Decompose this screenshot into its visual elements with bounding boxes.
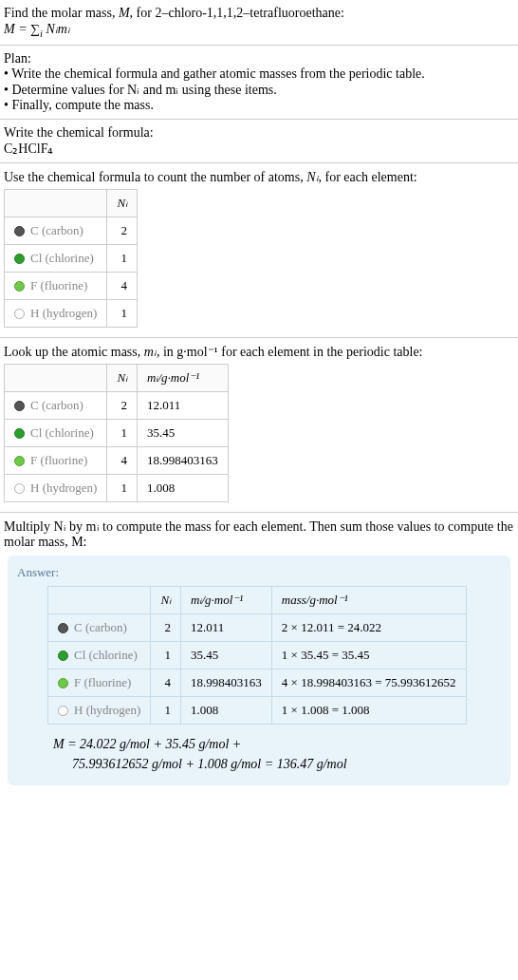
element-cell: F (fluorine) bbox=[48, 669, 151, 696]
n-value: 1 bbox=[107, 474, 138, 501]
n-value: 1 bbox=[107, 299, 138, 327]
element-cell: F (fluorine) bbox=[5, 272, 107, 299]
m-value: 1.008 bbox=[138, 474, 229, 501]
table-row: F (fluorine) 4 bbox=[5, 272, 138, 299]
table-header-row: Nᵢ mᵢ/g·mol⁻¹ bbox=[5, 364, 229, 391]
hydrogen-dot-icon bbox=[14, 483, 25, 494]
table-row: Cl (chlorine) 1 bbox=[5, 244, 138, 272]
final-equation: M = 24.022 g/mol + 35.45 g/mol + 75.9936… bbox=[53, 734, 501, 774]
element-name: H (hydrogen) bbox=[30, 481, 97, 495]
m-value: 12.011 bbox=[138, 391, 229, 419]
eq-line-1: M = 24.022 g/mol + 35.45 g/mol + bbox=[53, 734, 501, 754]
table-row: F (fluorine) 4 18.998403163 4 × 18.99840… bbox=[48, 669, 467, 696]
hydrogen-dot-icon bbox=[14, 309, 25, 319]
count-table: Nᵢ C (carbon) 2 Cl (chlorine) 1 F (fluor… bbox=[4, 189, 138, 328]
col-n-header: Nᵢ bbox=[107, 189, 138, 217]
fluorine-dot-icon bbox=[14, 281, 25, 292]
eq-line-2: 75.993612652 g/mol + 1.008 g/mol = 136.4… bbox=[53, 754, 501, 774]
col-n-header: Nᵢ bbox=[151, 586, 181, 613]
plan-bullet-2: • Determine values for Nᵢ and mᵢ using t… bbox=[4, 82, 514, 98]
n-value: 1 bbox=[151, 696, 181, 724]
chlorine-dot-icon bbox=[14, 254, 25, 264]
table-row: C (carbon) 2 bbox=[5, 217, 138, 244]
n-value: 2 bbox=[107, 217, 138, 244]
table-header-row: Nᵢ mᵢ/g·mol⁻¹ mass/g·mol⁻¹ bbox=[48, 586, 467, 613]
col-mass-header: mass/g·mol⁻¹ bbox=[271, 586, 466, 613]
intro-var-m: M bbox=[119, 6, 130, 20]
m-value: 18.998403163 bbox=[138, 446, 229, 474]
lookup-table: Nᵢ mᵢ/g·mol⁻¹ C (carbon) 2 12.011 Cl (ch… bbox=[4, 364, 229, 502]
formula-tail: Nᵢmᵢ bbox=[43, 22, 70, 36]
n-value: 1 bbox=[107, 244, 138, 272]
element-name: F (fluorine) bbox=[74, 675, 131, 689]
molar-mass-formula: M = ∑i Nᵢmᵢ bbox=[4, 21, 514, 39]
element-name: H (hydrogen) bbox=[30, 306, 97, 320]
table-row: H (hydrogen) 1 1.008 bbox=[5, 474, 229, 501]
chemical-formula-value: C₂HClF₄ bbox=[4, 141, 514, 157]
table-row: C (carbon) 2 12.011 2 × 12.011 = 24.022 bbox=[48, 613, 467, 641]
formula-main: M = ∑ bbox=[4, 22, 40, 36]
plan-section: Plan: • Write the chemical formula and g… bbox=[0, 46, 518, 120]
col-n-header: Nᵢ bbox=[107, 364, 138, 391]
hydrogen-dot-icon bbox=[58, 706, 68, 716]
element-name: H (hydrogen) bbox=[74, 703, 140, 717]
col-m-header: mᵢ/g·mol⁻¹ bbox=[181, 586, 272, 613]
element-cell: Cl (chlorine) bbox=[5, 244, 107, 272]
element-name: F (fluorine) bbox=[30, 278, 87, 292]
fluorine-dot-icon bbox=[14, 456, 25, 466]
multiply-heading: Multiply Nᵢ by mᵢ to compute the mass fo… bbox=[4, 518, 514, 550]
element-cell: Cl (chlorine) bbox=[5, 419, 107, 446]
m-value: 12.011 bbox=[181, 613, 272, 641]
count-heading-a: Use the chemical formula to count the nu… bbox=[4, 170, 306, 184]
element-cell: C (carbon) bbox=[5, 217, 107, 244]
count-heading-c: , for each element: bbox=[319, 170, 417, 184]
chlorine-dot-icon bbox=[58, 650, 68, 661]
mass-value: 1 × 1.008 = 1.008 bbox=[271, 696, 466, 724]
intro-text: Find the molar mass, bbox=[4, 6, 119, 20]
empty-header bbox=[5, 364, 107, 391]
n-value: 2 bbox=[151, 613, 181, 641]
answer-table: Nᵢ mᵢ/g·mol⁻¹ mass/g·mol⁻¹ C (carbon) 2 … bbox=[47, 586, 467, 725]
intro-line: Find the molar mass, M, for 2–chloro-1,1… bbox=[4, 6, 514, 21]
lookup-heading: Look up the atomic mass, mᵢ, in g·mol⁻¹ … bbox=[4, 344, 514, 360]
plan-bullet-3: • Finally, compute the mass. bbox=[4, 98, 514, 113]
plan-bullet-1: • Write the chemical formula and gather … bbox=[4, 66, 514, 82]
element-cell: C (carbon) bbox=[48, 613, 151, 641]
plan-heading: Plan: bbox=[4, 51, 514, 66]
element-name: C (carbon) bbox=[74, 620, 127, 634]
carbon-dot-icon bbox=[14, 226, 25, 236]
element-name: C (carbon) bbox=[30, 398, 83, 412]
n-value: 4 bbox=[107, 446, 138, 474]
n-value: 1 bbox=[151, 641, 181, 669]
element-name: Cl (chlorine) bbox=[74, 648, 138, 662]
n-value: 1 bbox=[107, 419, 138, 446]
chemical-formula-section: Write the chemical formula: C₂HClF₄ bbox=[0, 120, 518, 163]
element-name: C (carbon) bbox=[30, 223, 83, 237]
col-m-header: mᵢ/g·mol⁻¹ bbox=[138, 364, 229, 391]
answer-label: Answer: bbox=[17, 565, 501, 580]
n-value: 4 bbox=[107, 272, 138, 299]
result-section: Multiply Nᵢ by mᵢ to compute the mass fo… bbox=[0, 513, 518, 795]
count-heading: Use the chemical formula to count the nu… bbox=[4, 169, 514, 185]
element-cell: Cl (chlorine) bbox=[48, 641, 151, 669]
answer-inner: Nᵢ mᵢ/g·mol⁻¹ mass/g·mol⁻¹ C (carbon) 2 … bbox=[17, 586, 501, 774]
m-value: 1.008 bbox=[181, 696, 272, 724]
carbon-dot-icon bbox=[58, 623, 68, 633]
table-row: Cl (chlorine) 1 35.45 bbox=[5, 419, 229, 446]
empty-header bbox=[48, 586, 151, 613]
chemical-formula-heading: Write the chemical formula: bbox=[4, 125, 514, 141]
n-value: 2 bbox=[107, 391, 138, 419]
chlorine-dot-icon bbox=[14, 428, 25, 439]
carbon-dot-icon bbox=[14, 401, 25, 411]
table-row: C (carbon) 2 12.011 bbox=[5, 391, 229, 419]
lookup-section: Look up the atomic mass, mᵢ, in g·mol⁻¹ … bbox=[0, 338, 518, 513]
lookup-heading-b: mᵢ bbox=[144, 345, 157, 359]
element-cell: F (fluorine) bbox=[5, 446, 107, 474]
intro-text-tail: , for 2–chloro-1,1,1,2–tetrafluoroethane… bbox=[130, 6, 344, 20]
table-row: F (fluorine) 4 18.998403163 bbox=[5, 446, 229, 474]
element-name: Cl (chlorine) bbox=[30, 425, 94, 440]
fluorine-dot-icon bbox=[58, 678, 68, 688]
lookup-heading-a: Look up the atomic mass, bbox=[4, 345, 144, 359]
m-value: 35.45 bbox=[181, 641, 272, 669]
lookup-heading-c: , in g·mol⁻¹ for each element in the per… bbox=[157, 345, 423, 359]
